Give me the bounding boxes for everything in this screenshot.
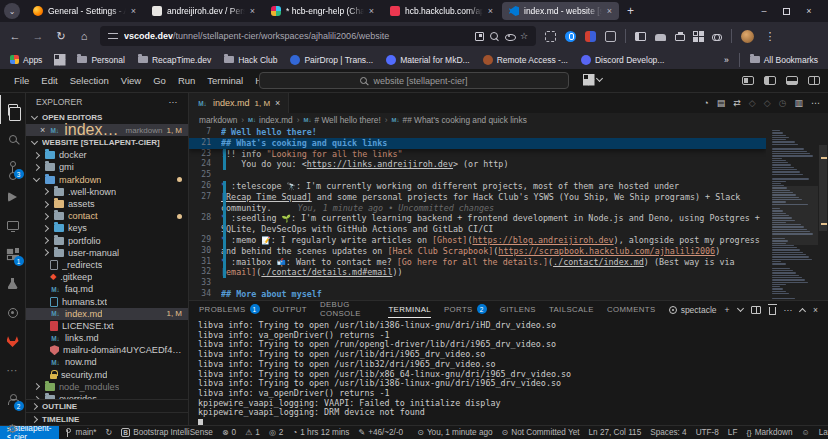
timeline-history-icon[interactable]: ◔ xyxy=(703,98,708,108)
editor-tab-index-md[interactable]: M↓ index.md 1, M × xyxy=(189,93,289,113)
minimap-viewport[interactable] xyxy=(772,186,818,245)
copy-link-icon[interactable] xyxy=(712,34,722,40)
panel-tab-tailscale[interactable]: TAILSCALE xyxy=(549,301,594,318)
menu-run[interactable]: Run xyxy=(172,75,201,86)
next-change-icon[interactable]: ◇ xyxy=(764,98,771,108)
workspace-section[interactable]: WEBSITE [STELLAPENT-CIER] xyxy=(26,136,188,149)
status-item[interactable]: Layout: us xyxy=(819,428,828,437)
split-editor-icon[interactable]: ▥ xyxy=(794,98,803,108)
profile-avatar[interactable] xyxy=(741,30,754,43)
menu-terminal[interactable]: Terminal xyxy=(201,75,249,86)
bookmark-star-icon[interactable]: ☆ xyxy=(520,31,528,41)
reader-eye-icon[interactable] xyxy=(505,32,514,41)
tree-item-markdown[interactable]: markdown xyxy=(26,174,188,186)
tree-item-assets[interactable]: assets xyxy=(26,198,188,210)
activity-item-remote-explorer[interactable] xyxy=(0,211,26,240)
minimize-icon[interactable]: – xyxy=(759,6,769,16)
activity-item-source-control[interactable]: 3 xyxy=(0,153,26,182)
tree-item-now-md[interactable]: M↓now.md xyxy=(26,356,188,368)
tree-item-mailru-domain4uycaedf4jubpbfm-h-[interactable]: mailru-domain4UYCAEDf4JUbpbfM.h... xyxy=(26,344,188,356)
toggle-primary-sidebar-icon[interactable] xyxy=(764,76,776,85)
open-preview-icon[interactable]: ▤ xyxy=(717,98,726,108)
tab-close-icon[interactable]: × xyxy=(250,6,255,16)
apps-grid-menu[interactable] xyxy=(584,75,604,84)
status-item[interactable]: LF xyxy=(728,428,738,437)
terminal-dropdown-icon[interactable] xyxy=(736,304,743,311)
all-bookmarks-folder[interactable]: All Bookmarks xyxy=(750,55,818,65)
panel-tab-terminal[interactable]: TERMINAL xyxy=(388,301,431,318)
home-icon[interactable]: ⌂ xyxy=(77,30,91,42)
activity-item-more[interactable]: ⋯ xyxy=(0,356,26,385)
onepassword-extension-icon[interactable] xyxy=(565,31,576,42)
status-item[interactable]: UTF-8 xyxy=(696,428,719,437)
tree-item--well-known[interactable]: .well-known xyxy=(26,186,188,198)
panel-tab-output[interactable]: OUTPUT xyxy=(273,301,307,318)
status-item[interactable]: ◔1 hrs 12 mins xyxy=(292,428,349,437)
tab-close-icon[interactable]: × xyxy=(488,6,493,16)
status-item[interactable]: ⊙You, 1 minute ago xyxy=(417,428,492,437)
tree-item-links-md[interactable]: M↓links.md xyxy=(26,332,188,344)
maximize-panel-icon[interactable] xyxy=(799,307,806,314)
activity-item-run-debug[interactable] xyxy=(0,182,26,211)
qr-code-icon[interactable] xyxy=(694,32,703,41)
activity-item-gitlab[interactable] xyxy=(0,327,26,356)
zoom-icon[interactable] xyxy=(490,32,499,41)
url-bar[interactable]: vscode.dev/tunnel/stellapent-cier/worksp… xyxy=(100,26,536,46)
tree-item--redirects[interactable]: _redirects xyxy=(26,259,188,271)
activity-item-settings[interactable]: ⚙ xyxy=(0,414,26,439)
close-window-icon[interactable]: × xyxy=(804,6,814,16)
activity-item-search[interactable] xyxy=(0,124,26,153)
more-actions-icon[interactable]: ⋯ xyxy=(811,98,820,108)
status-item[interactable]: main* xyxy=(66,428,97,437)
menu-kebab-icon[interactable]: ⋮ xyxy=(763,30,777,43)
extension-screenshot-icon[interactable] xyxy=(545,31,556,42)
bookmark-item[interactable]: Apps xyxy=(10,55,42,65)
status-item[interactable]: ↻ xyxy=(106,429,113,437)
bookmark-item[interactable]: PairDrop | Trans... xyxy=(290,55,373,65)
browser-tab[interactable]: hcb.hackclub.com/api/v4× xyxy=(383,2,500,20)
tree-item--gitkeep[interactable]: ◆.gitkeep xyxy=(26,271,188,283)
tab-close-icon[interactable]: × xyxy=(607,6,612,16)
new-terminal-icon[interactable]: + xyxy=(725,305,730,315)
minimap[interactable] xyxy=(772,127,818,300)
forward-icon[interactable]: → xyxy=(31,30,45,42)
menu-edit[interactable]: Edit xyxy=(35,75,63,86)
bookmark-item[interactable] xyxy=(55,55,64,64)
url-text[interactable]: vscode.dev/tunnel/stellapent-cier/worksp… xyxy=(124,31,469,41)
run-on-save-icon[interactable]: ◷ xyxy=(779,98,787,108)
activity-item-testing[interactable] xyxy=(0,269,26,298)
breadcrumb-item[interactable]: M↓index.md xyxy=(248,115,293,125)
browser-tab[interactable]: andreijiroh.dev / Personal× xyxy=(145,2,262,20)
panel-tab-ports[interactable]: PORTS2 xyxy=(444,301,487,318)
close-tab-icon[interactable]: × xyxy=(275,98,280,108)
permissions-icon[interactable] xyxy=(108,32,118,40)
browser-tab[interactable]: * hcb-engr-help (Channel× xyxy=(264,2,381,20)
bookmark-item[interactable]: Discord Develop... xyxy=(581,55,664,65)
tab-close-icon[interactable]: × xyxy=(369,6,374,16)
tree-item-contact[interactable]: contact xyxy=(26,210,188,222)
toggle-secondary-sidebar-icon[interactable] xyxy=(808,76,820,85)
close-panel-icon[interactable]: × xyxy=(813,305,818,315)
open-in-app-icon[interactable] xyxy=(475,32,484,41)
code-editor[interactable]: 7# Well hello there!21## What's cooking … xyxy=(189,127,828,300)
reload-icon[interactable]: ↻ xyxy=(54,30,68,43)
menu-selection[interactable]: Selection xyxy=(64,75,115,86)
tree-item-keys[interactable]: keys xyxy=(26,222,188,234)
bookmark-item[interactable]: Hack Club xyxy=(224,55,277,65)
split-terminal-icon[interactable] xyxy=(751,306,761,314)
bookmark-item[interactable]: Remote Access -... xyxy=(483,55,568,65)
tree-item-humans-txt[interactable]: humans.txt xyxy=(26,295,188,307)
panel-more-icon[interactable]: ⋯ xyxy=(784,305,793,315)
sponsorblock-icon[interactable] xyxy=(655,34,666,41)
open-changes-icon[interactable]: ⇄ xyxy=(733,98,741,108)
breadcrumb-item[interactable]: markdown xyxy=(199,115,237,125)
container-extension-icon[interactable] xyxy=(605,31,616,42)
back-icon[interactable]: ← xyxy=(8,30,22,42)
status-item[interactable]: ⊗0 xyxy=(222,428,236,437)
breadcrumb-item[interactable]: M↓## What's cooking and quick links xyxy=(392,115,527,125)
panel-tab-problems[interactable]: PROBLEMS1 xyxy=(199,301,260,318)
new-tab-button[interactable]: + xyxy=(621,4,640,18)
sidebar-toggle-icon[interactable] xyxy=(635,32,646,41)
mask-extension-icon[interactable] xyxy=(585,31,596,42)
menu-file[interactable]: File xyxy=(8,75,35,86)
